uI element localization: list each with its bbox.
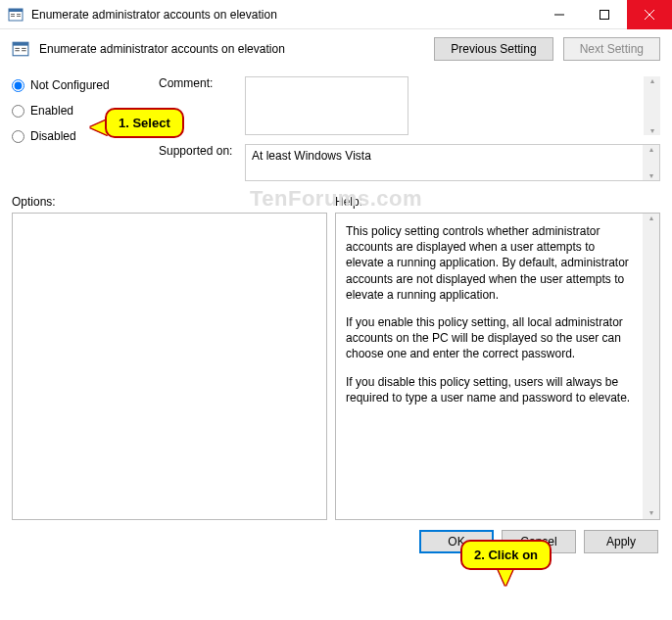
options-pane — [12, 213, 327, 520]
svg-rect-11 — [13, 42, 28, 45]
titlebar: Enumerate administrator accounts on elev… — [0, 0, 672, 29]
radio-not-configured[interactable]: Not Configured — [12, 78, 139, 92]
apply-button[interactable]: Apply — [584, 530, 658, 553]
radio-enabled-input[interactable] — [12, 105, 24, 118]
close-button[interactable] — [627, 0, 672, 29]
callout-2-click: 2. Click on — [460, 540, 552, 570]
radio-not-configured-label: Not Configured — [30, 78, 110, 92]
scroll-down-icon: ▾ — [649, 508, 653, 519]
supported-on-box: At least Windows Vista ▴ ▾ — [245, 144, 660, 181]
scroll-up-icon: ▴ — [649, 145, 653, 154]
svg-rect-4 — [17, 14, 21, 15]
svg-rect-13 — [15, 50, 20, 51]
svg-rect-7 — [600, 11, 609, 20]
svg-rect-1 — [9, 9, 23, 12]
callout-2-tail — [498, 568, 513, 586]
svg-rect-12 — [15, 48, 20, 49]
comment-input[interactable] — [245, 76, 408, 135]
scroll-up-icon: ▴ — [649, 214, 653, 224]
scroll-down-icon: ▾ — [649, 171, 653, 180]
scroll-down-icon: ▾ — [650, 126, 654, 135]
help-label: Help: — [335, 195, 362, 209]
window-controls — [537, 0, 672, 28]
supported-label: Supported on: — [159, 144, 239, 158]
help-scrollbar[interactable]: ▴ ▾ — [643, 214, 659, 519]
radio-disabled-input[interactable] — [12, 130, 24, 143]
maximize-button[interactable] — [582, 0, 627, 29]
window-title: Enumerate administrator accounts on elev… — [31, 8, 537, 22]
panes: This policy setting controls whether adm… — [0, 213, 672, 520]
callout-1-select: 1. Select — [105, 108, 184, 138]
minimize-button[interactable] — [537, 0, 582, 29]
svg-rect-2 — [11, 14, 15, 15]
radio-enabled-label: Enabled — [30, 104, 73, 118]
scroll-up-icon: ▴ — [650, 76, 654, 85]
section-labels: Options: Help: — [0, 185, 672, 213]
svg-rect-5 — [17, 16, 21, 17]
policy-icon — [12, 40, 29, 58]
header-row: Enumerate administrator accounts on elev… — [0, 29, 672, 72]
next-setting-button[interactable]: Next Setting — [563, 37, 660, 61]
help-paragraph-1: This policy setting controls whether adm… — [346, 223, 636, 303]
help-pane: This policy setting controls whether adm… — [335, 213, 660, 520]
svg-rect-15 — [22, 50, 26, 51]
radio-disabled-label: Disabled — [30, 129, 76, 143]
help-paragraph-3: If you disable this policy setting, user… — [346, 374, 636, 405]
svg-rect-14 — [22, 48, 26, 49]
help-paragraph-2: If you enable this policy setting, all l… — [346, 314, 636, 362]
button-row: OK Cancel Apply — [0, 520, 672, 563]
comment-scrollbar[interactable]: ▴ ▾ — [644, 76, 660, 135]
radio-not-configured-input[interactable] — [12, 79, 24, 92]
svg-rect-3 — [11, 16, 15, 17]
supported-scrollbar[interactable]: ▴ ▾ — [643, 145, 659, 180]
previous-setting-button[interactable]: Previous Setting — [434, 37, 552, 61]
supported-on-text: At least Windows Vista — [252, 149, 371, 163]
options-label: Options: — [12, 195, 335, 209]
app-icon — [8, 7, 24, 23]
page-title: Enumerate administrator accounts on elev… — [39, 42, 424, 56]
